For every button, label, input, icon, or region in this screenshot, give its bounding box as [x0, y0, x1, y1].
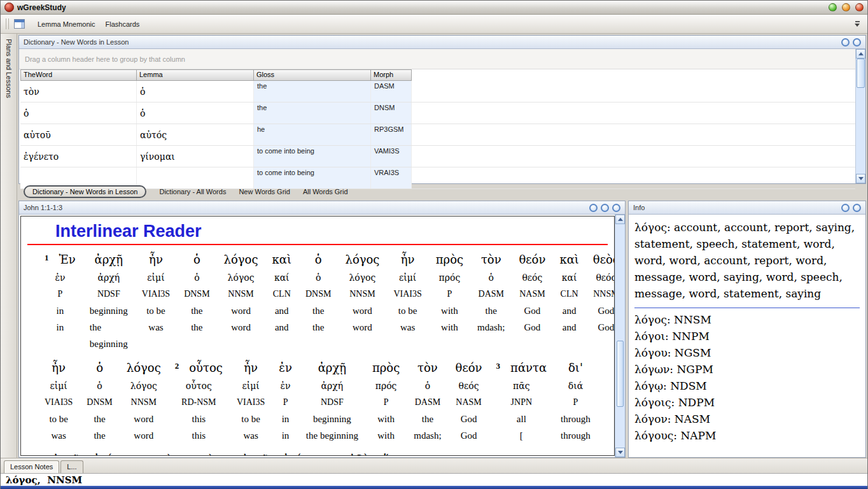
toolbar-grip[interactable]: [6, 18, 9, 29]
greek-word[interactable]: ἀρχῇ: [318, 361, 346, 378]
greek-word[interactable]: ἀρχῇ: [95, 253, 123, 269]
panel-maximize-button[interactable]: [841, 38, 850, 46]
greek-word[interactable]: 3πάντα: [496, 361, 547, 378]
greek-word[interactable]: ὁ: [96, 361, 103, 378]
panel-maximize-button[interactable]: [601, 204, 609, 212]
interlinear-word[interactable]: 1ἘνἐνPinin: [38, 253, 83, 352]
greek-word[interactable]: πρὸς: [372, 361, 400, 378]
titlebar[interactable]: wGreekStudy: [1, 1, 867, 15]
greek-word[interactable]: πρὸς: [436, 253, 463, 269]
greek-word[interactable]: τὸν: [417, 361, 438, 378]
greek-word[interactable]: αὐτοῦ: [45, 453, 80, 456]
table-row[interactable]: ἐγένετογίνομαιto come into beingVAMI3S: [20, 146, 855, 167]
greek-word[interactable]: καὶ: [153, 453, 172, 456]
tab-all-words-grid[interactable]: All Words Grid: [303, 188, 348, 195]
panel-options-button[interactable]: [589, 204, 598, 212]
greek-word[interactable]: ἐν: [279, 361, 292, 378]
scroll-up-button[interactable]: [856, 49, 865, 59]
scroll-up-button[interactable]: [615, 215, 625, 224]
interlinear-word[interactable]: 2οὗτοςοὗτοςRD-NSMthisthis: [168, 361, 230, 444]
greek-word[interactable]: ἦν: [149, 253, 163, 269]
greek-word[interactable]: ἐγένετο: [283, 453, 328, 456]
greek-word[interactable]: ὁ: [193, 253, 200, 269]
column-header-gloss[interactable]: Gloss: [254, 69, 371, 81]
interlinear-word[interactable]: καὶκαίCLNandand: [265, 253, 298, 352]
greek-word[interactable]: δι': [568, 361, 583, 378]
interlinear-word[interactable]: ἦνεἰμίVIAI3Sto bewas: [135, 253, 177, 352]
greek-word[interactable]: θεὸς: [593, 253, 615, 269]
interlinear-word[interactable]: καὶκαίCLNandand: [552, 253, 585, 352]
interlinear-word[interactable]: ἐνἐνPinin: [272, 361, 299, 444]
group-by-area[interactable]: Drag a column header here to group by th…: [19, 49, 855, 69]
greek-word[interactable]: ἦν: [401, 253, 415, 269]
window-button-minimize[interactable]: [829, 3, 837, 11]
scroll-track[interactable]: [856, 88, 865, 174]
layout-icon[interactable]: [14, 19, 25, 29]
greek-word[interactable]: θεόν: [519, 253, 545, 269]
column-header-lemma[interactable]: Lemma: [137, 69, 254, 81]
panel-close-button[interactable]: [853, 204, 861, 212]
interlinear-word[interactable]: ἦνεἰμίVIAI3Sto bewas: [38, 361, 80, 444]
sidebar-tab-plans-and-lessons[interactable]: Plans and Lessons: [1, 34, 17, 458]
scroll-down-button[interactable]: [856, 174, 865, 183]
greek-word[interactable]: ὁ: [315, 253, 322, 269]
interlinear-word[interactable]: θεόνθεόςNASMGodGod: [512, 253, 552, 352]
interlinear-word[interactable]: δι'διάPthroughthrough: [554, 361, 598, 444]
dictionary-scrollbar[interactable]: [855, 49, 865, 183]
scroll-thumb[interactable]: [617, 341, 624, 407]
panel-close-button[interactable]: [853, 38, 861, 46]
interlinear-word[interactable]: λόγοςλόγοςNNSMwordword: [217, 253, 265, 352]
greek-word[interactable]: 2οὗτος: [175, 361, 223, 378]
interlinear-word[interactable]: ὁὁDNSMthethe: [298, 253, 338, 352]
greek-word[interactable]: οὐδὲ: [342, 453, 368, 456]
interlinear-word[interactable]: ἦνεἰμίVIAI3Sto bewas: [230, 361, 272, 444]
greek-word[interactable]: χωρὶς: [186, 453, 220, 456]
interlinear-word[interactable]: τὸνὁDASMthemdash;: [407, 361, 448, 444]
menu-flashcards[interactable]: Flashcards: [100, 18, 144, 31]
interlinear-word[interactable]: πρὸςπρόςPwithwith: [429, 253, 470, 352]
greek-word[interactable]: λόγος: [345, 253, 379, 269]
greek-word[interactable]: ἦν: [52, 361, 66, 378]
greek-word[interactable]: θεόν: [456, 361, 482, 378]
panel-maximize-button[interactable]: [841, 204, 850, 212]
interlinear-word[interactable]: 3πάνταπᾶςJNPNall[: [489, 361, 554, 444]
interlinear-word[interactable]: αὐτοῦ: [38, 453, 87, 456]
interlinear-word[interactable]: θεόνθεόςNASMGodGod: [449, 361, 489, 444]
interlinear-word[interactable]: ἐγένετο: [276, 453, 335, 456]
column-header-theword[interactable]: TheWord: [20, 69, 137, 81]
interlinear-word[interactable]: ὁὁDNSMthethe: [177, 253, 216, 352]
interlinear-word[interactable]: ἀρχῇἀρχήNDSFbeginningthe beginning: [83, 253, 135, 352]
greek-word[interactable]: λόγος: [127, 361, 161, 378]
interlinear-word[interactable]: λόγοςλόγοςNNSMwordword: [120, 361, 168, 444]
interlinear-word[interactable]: ἕν: [375, 453, 403, 456]
greek-word[interactable]: τὸν: [481, 253, 501, 269]
tab-lesson-notes[interactable]: Lesson Notes: [4, 460, 59, 473]
tab-l-truncated[interactable]: L...: [60, 460, 83, 473]
table-row[interactable]: αὐτοῦαὐτόςheRP3GSM: [20, 124, 855, 146]
interlinear-word[interactable]: αὐτοῦ: [227, 453, 276, 456]
greek-word[interactable]: ἦν: [244, 361, 258, 378]
interlinear-word[interactable]: θεὸςθεόςNNSMGodGod: [586, 253, 615, 352]
interlinear-word[interactable]: ὁὁDNSMthethe: [80, 361, 119, 444]
interlinear-word[interactable]: ἦνεἰμίVIAI3Sto bewas: [386, 253, 428, 352]
interlinear-word[interactable]: ἀρχῇἀρχήNDSFbeginningthe beginning: [299, 361, 365, 444]
interlinear-word[interactable]: λόγοςλόγοςNNSMwordword: [338, 253, 386, 352]
interlinear-word[interactable]: τὸνὁDASMthemdash;: [470, 253, 512, 352]
interlinear-word[interactable]: καὶ: [146, 453, 179, 456]
scroll-thumb[interactable]: [857, 59, 865, 88]
tab-dictionary-new-words[interactable]: Dictionary - New Words in Lesson: [24, 185, 146, 198]
menu-lemma-mnemonic[interactable]: Lemma Mnemonic: [32, 18, 100, 31]
table-row[interactable]: τὸνὁtheDASM: [20, 81, 855, 103]
panel-close-button[interactable]: [612, 204, 620, 212]
interlinear-word[interactable]: χωρὶς: [179, 453, 227, 456]
tab-dictionary-all-words[interactable]: Dictionary - All Words: [159, 188, 226, 195]
greek-word[interactable]: καὶ: [559, 253, 578, 269]
toolbar-overflow-button[interactable]: [851, 20, 864, 28]
greek-word[interactable]: ἕν: [382, 453, 396, 456]
greek-word[interactable]: 1Ἐν: [45, 253, 76, 269]
greek-word[interactable]: καὶ: [272, 253, 291, 269]
interlinear-word[interactable]: οὐδὲ: [335, 453, 375, 456]
greek-word[interactable]: ἐγένετο: [94, 453, 139, 456]
reader-scrollbar[interactable]: [615, 215, 625, 457]
greek-word[interactable]: λόγος: [224, 253, 258, 269]
